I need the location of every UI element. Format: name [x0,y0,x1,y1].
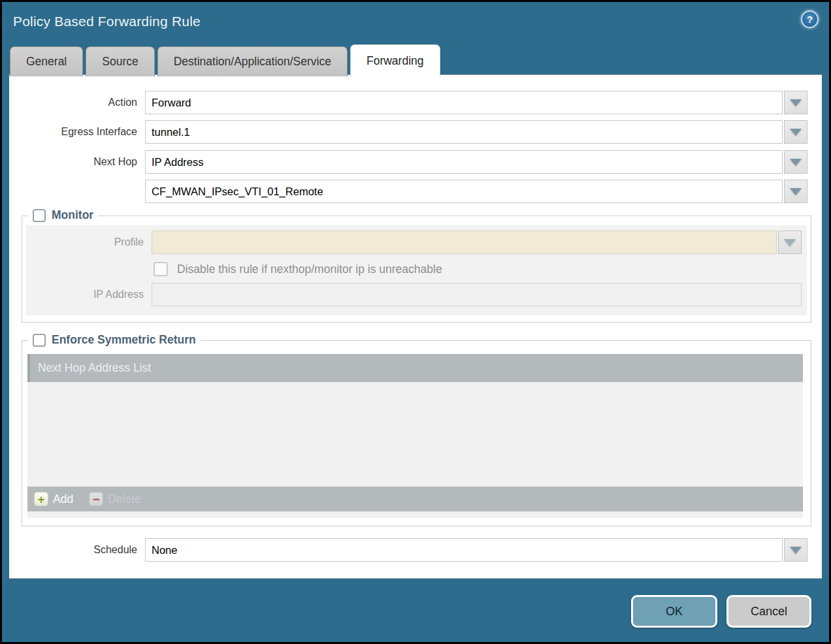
tab-bar: General Source Destination/Application/S… [10,44,443,76]
dialog-title: Policy Based Forwarding Rule [13,14,201,29]
tab-general-label: General [26,55,67,69]
tab-source-label: Source [102,55,138,69]
next-hop-address-list-body [27,382,803,487]
action-dropdown-button[interactable] [784,91,807,114]
profile-dropdown-button [778,231,802,254]
next-hop-address-list-header: Next Hop Address List [27,354,803,382]
egress-interface-row: Egress Interface tunnel.1 [9,120,807,144]
next-hop-type-select[interactable]: IP Address [145,150,783,174]
plus-icon: + [34,492,48,506]
forwarding-tab-panel: Action Forward Egress Interface tunnel.1… [9,74,822,579]
tab-destination-label: Destination/Application/Service [174,55,331,69]
help-icon[interactable]: ? [801,10,819,28]
add-button-label: Add [53,492,73,506]
schedule-dropdown-button[interactable] [784,538,807,562]
monitor-group: Monitor Profile Disable this rule if nex… [22,216,811,323]
minus-icon: − [89,492,103,506]
disable-rule-checkbox [154,262,168,276]
enforce-symmetric-return-label: Enforce Symmetric Return [52,333,196,347]
title-bar: Policy Based Forwarding Rule ? [2,2,829,42]
next-hop-address-table: Next Hop Address List + Add − Delete [27,354,803,518]
chevron-down-icon [790,99,802,106]
schedule-label: Schedule [9,544,137,556]
pbf-rule-dialog: Policy Based Forwarding Rule ? General S… [2,2,829,642]
table-bottom-strip [27,511,803,518]
enforce-symmetric-return-legend: Enforce Symmetric Return [28,333,201,347]
action-label: Action [9,97,137,108]
monitor-legend: Monitor [28,208,98,222]
next-hop-address-row: CF_MWAN_IPsec_VTI_01_Remote [9,180,807,203]
cancel-button-label: Cancel [751,605,787,619]
monitor-legend-label: Monitor [52,208,93,222]
ok-button[interactable]: OK [631,595,717,628]
disable-rule-row: Disable this rule if nexthop/monitor ip … [154,262,802,276]
chevron-down-icon [790,159,802,166]
next-hop-address-select[interactable]: CF_MWAN_IPsec_VTI_01_Remote [145,180,783,203]
tab-forwarding[interactable]: Forwarding [350,44,440,76]
cancel-button[interactable]: Cancel [726,595,811,628]
enforce-symmetric-return-group: Enforce Symmetric Return Next Hop Addres… [22,340,811,526]
help-glyph: ? [807,14,813,25]
monitor-ip-address-label: IP Address [26,289,144,300]
monitor-checkbox[interactable] [33,209,46,222]
profile-row: Profile [26,231,802,254]
delete-button: − Delete [89,492,141,506]
profile-label: Profile [26,236,144,248]
monitor-ip-address-row: IP Address [26,283,802,306]
action-select[interactable]: Forward [145,91,783,114]
table-toolbar: + Add − Delete [27,487,803,511]
tab-forwarding-label: Forwarding [367,54,424,68]
enforce-symmetric-return-checkbox[interactable] [33,334,46,347]
monitor-ip-address-input [152,283,802,306]
tab-general[interactable]: General [10,46,83,76]
next-hop-row: Next Hop IP Address [9,150,807,174]
disable-rule-label: Disable this rule if nexthop/monitor ip … [177,263,442,276]
chevron-down-icon [784,239,796,246]
monitor-panel: Profile Disable this rule if nexthop/mon… [26,225,807,315]
tab-destination-application-service[interactable]: Destination/Application/Service [157,46,348,76]
egress-interface-select[interactable]: tunnel.1 [145,120,783,144]
ok-button-label: OK [666,605,683,619]
chevron-down-icon [790,188,802,195]
delete-button-label: Delete [108,492,141,506]
schedule-row: Schedule None [9,538,807,562]
profile-select [152,231,777,254]
next-hop-address-dropdown-button[interactable] [784,180,807,203]
action-row: Action Forward [9,91,807,114]
next-hop-type-dropdown-button[interactable] [784,150,807,174]
chevron-down-icon [790,129,802,136]
schedule-select[interactable]: None [145,538,783,562]
next-hop-label: Next Hop [9,156,137,168]
chevron-down-icon [790,547,802,554]
egress-interface-dropdown-button[interactable] [784,120,807,144]
tab-source[interactable]: Source [86,46,154,76]
next-hop-address-list-header-label: Next Hop Address List [38,361,151,375]
add-button[interactable]: + Add [34,492,73,506]
egress-interface-label: Egress Interface [9,126,137,138]
